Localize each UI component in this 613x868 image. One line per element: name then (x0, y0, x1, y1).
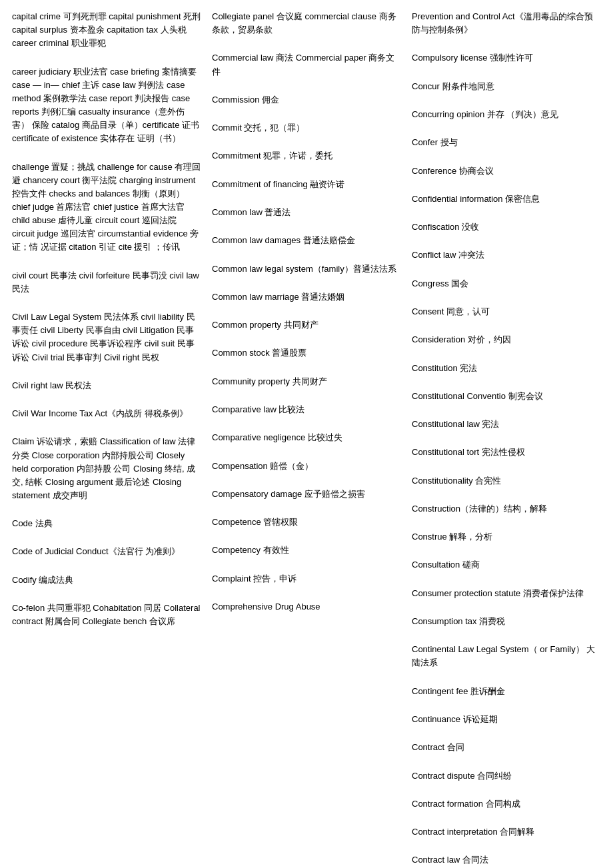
col3-text-22: Consumption tax 消费税 (412, 615, 601, 628)
col1-text-5: Civil Law Legal System 民法体系 civil liabil… (12, 310, 201, 364)
col3-text-17: Constitutionality 合宪性 (412, 474, 601, 488)
col2-text-21: Comprehensive Drug Abuse (212, 600, 401, 614)
col3-text-30: Contract law 合同法 (412, 853, 601, 867)
col1-text: capital crime 可判死刑罪 capital punishment 死… (12, 10, 201, 50)
col3-text-21: Consumer protection statute 消费者保护法律 (412, 587, 601, 600)
col2-text-15: Comparative negligence 比较过失 (212, 431, 401, 444)
column-3: Prevention and Control Act《滥用毒品的综合预防与控制条… (406, 7, 606, 868)
col1-text-11: Codify 编成法典 (12, 574, 201, 587)
col3-text-23: Continental Law Legal System（ or Family）… (412, 643, 601, 669)
col2-text-17: Compensatory damage 应予赔偿之损害 (212, 488, 401, 501)
col3-text-29: Contract interpretation 合同解释 (412, 825, 601, 839)
col3-text-7: Confidential information 保密信息 (412, 193, 601, 206)
col3-text-12: Consideration 对价，约因 (412, 333, 601, 346)
col2-text-6: Commitment of financing 融资许诺 (212, 178, 401, 191)
col3-text-2: Compulsory license 强制性许可 (412, 51, 601, 65)
col3-text-4: Concurring opinion 并存 （判决）意见 (412, 108, 601, 121)
col2-text-13: Community property 共同财产 (212, 375, 401, 388)
col1-text-8: Claim 诉讼请求，索赔 Classification of law 法律分类… (12, 435, 201, 502)
col3-text-6: Conference 协商会议 (412, 165, 601, 178)
col2-text-5: Commitment 犯罪，许诺，委托 (212, 149, 401, 163)
col3-text-25: Continuance 诉讼延期 (412, 713, 601, 726)
col3-text-11: Consent 同意，认可 (412, 305, 601, 318)
col2-text-12: Common stock 普通股票 (212, 346, 401, 360)
col2-text-20: Complaint 控告，申诉 (212, 572, 401, 586)
col3-text-8: Confiscation 没收 (412, 220, 601, 234)
col1-text-2: career judiciary 职业法官 case briefing 案情摘要… (12, 65, 201, 146)
col3-text-24: Contingent fee 胜诉酬金 (412, 685, 601, 698)
col1-text-4: civil court 民事法 civil forfeiture 民事罚没 ci… (12, 269, 201, 296)
col3-text-26: Contract 合同 (412, 741, 601, 754)
col2-text-10: Common law marriage 普通法婚姻 (212, 290, 401, 304)
col3-text-18: Construction（法律的）结构，解释 (412, 502, 601, 516)
col2-text-3: Commission 佣金 (212, 93, 401, 107)
col2-text-18: Competence 管辖权限 (212, 516, 401, 529)
col2-text-1: Collegiate panel 合议庭 commercial clause 商… (212, 10, 401, 37)
col2-text-11: Common property 共同财产 (212, 318, 401, 332)
col3-text-3: Concur 附条件地同意 (412, 80, 601, 93)
col2-text-16: Compensation 赔偿（金） (212, 460, 401, 473)
col1-text-9: Code 法典 (12, 517, 201, 530)
col1-text-12: Co-felon 共同重罪犯 Cohabitation 同居 Collatera… (12, 602, 201, 628)
column-1: capital crime 可判死刑罪 capital punishment 死… (7, 7, 207, 868)
col2-text-8: Common law damages 普通法赔偿金 (212, 234, 401, 247)
col3-text-15: Constitutional law 宪法 (412, 418, 601, 431)
col2-text-2: Commercial law 商法 Commercial paper 商务文件 (212, 51, 401, 78)
col3-text-16: Constitutional tort 宪法性侵权 (412, 446, 601, 459)
col3-text-28: Contract formation 合同构成 (412, 797, 601, 811)
col1-text-7: Civil War Income Tax Act《内战所 得税条例》 (12, 407, 201, 420)
column-2: Collegiate panel 合议庭 commercial clause 商… (207, 7, 406, 868)
col2-text-19: Competency 有效性 (212, 544, 401, 557)
col2-text-4: Commit 交托，犯（罪） (212, 121, 401, 135)
col3-text-10: Congress 国会 (412, 277, 601, 290)
col3-text-19: Construe 解释，分析 (412, 530, 601, 544)
col1-text-10: Code of Judicial Conduct《法官行 为准则》 (12, 545, 201, 558)
col3-text-20: Consultation 磋商 (412, 558, 601, 572)
col3-text-5: Confer 授与 (412, 136, 601, 149)
col3-text-1: Prevention and Control Act《滥用毒品的综合预防与控制条… (412, 10, 601, 37)
main-content: capital crime 可判死刑罪 capital punishment 死… (7, 7, 606, 868)
col3-text-27: Contract dispute 合同纠纷 (412, 769, 601, 783)
col3-text-14: Constitutional Conventio 制宪会议 (412, 390, 601, 403)
col2-text-9: Common law legal system（family）普通法法系 (212, 262, 401, 276)
col3-text-13: Constitution 宪法 (412, 362, 601, 375)
col2-text-7: Common law 普通法 (212, 206, 401, 219)
col1-text-3: challenge 置疑；挑战 challenge for cause 有理回避… (12, 161, 201, 254)
col3-text-9: Conflict law 冲突法 (412, 248, 601, 262)
col2-text-14: Comparative law 比较法 (212, 403, 401, 416)
col1-text-6: Civil right law 民权法 (12, 379, 201, 392)
